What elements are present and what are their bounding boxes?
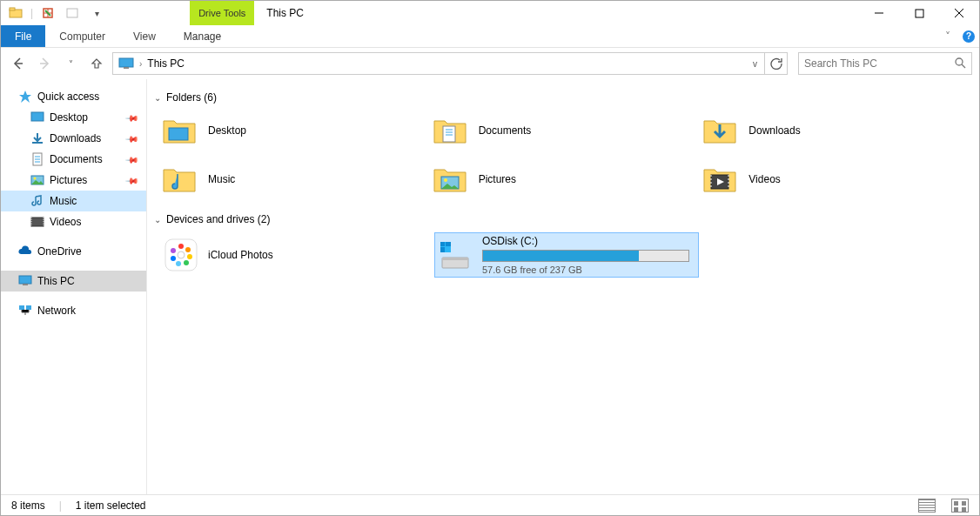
svg-rect-36 [442,258,468,260]
folder-documents[interactable]: Documents [432,111,702,151]
close-button[interactable] [939,1,979,25]
refresh-button[interactable] [765,52,788,75]
svg-rect-15 [19,305,24,310]
devices-grid: iCloud Photos OSDisk (C:) 57.6 GB free o… [154,232,972,278]
tab-manage[interactable]: Manage [170,25,235,47]
address-bar[interactable]: › This PC v [112,52,765,75]
sidebar-item-desktop[interactable]: Desktop 📌 [1,107,146,128]
sidebar-item-network[interactable]: Network [1,300,146,321]
folder-videos[interactable]: Videos [701,159,972,199]
device-osdisk[interactable]: OSDisk (C:) 57.6 GB free of 237 GB [434,232,699,278]
chevron-down-icon: ⌄ [154,215,161,224]
item-label: Videos [748,173,780,185]
large-icons-view-button[interactable] [951,499,969,513]
disk-drive-icon [437,237,473,273]
navigation-bar: ˅ › This PC v [1,48,979,79]
pin-icon: 📌 [125,131,139,145]
sidebar-item-documents[interactable]: Documents 📌 [1,149,146,170]
search-icon[interactable] [954,57,966,71]
sidebar-label: OneDrive [37,245,82,258]
svg-rect-14 [23,284,28,285]
pictures-icon [30,173,44,187]
drive-tools-contextual-tab[interactable]: Drive Tools [190,1,254,25]
icloud-photos-icon [163,237,199,273]
address-dropdown-icon[interactable]: v [748,59,762,69]
svg-rect-5 [119,58,133,67]
videos-icon [30,215,44,229]
sidebar-item-quick-access[interactable]: Quick access [1,86,146,107]
help-button[interactable]: ? [958,25,979,47]
properties-icon[interactable] [38,3,57,23]
device-icloud-photos[interactable]: iCloud Photos [161,232,426,278]
sidebar-item-this-pc[interactable]: This PC [1,271,146,292]
pin-icon: 📌 [125,111,139,124]
navigation-pane: Quick access Desktop 📌 Downloads 📌 Docum… [1,79,147,494]
group-header-folders[interactable]: ⌄ Folders (6) [154,91,972,104]
svg-rect-16 [26,305,31,310]
details-view-button[interactable] [918,499,936,513]
folder-pictures[interactable]: Pictures [432,159,702,199]
tab-computer[interactable]: Computer [45,25,119,47]
svg-point-11 [34,178,37,180]
search-box[interactable] [798,52,972,75]
new-folder-icon[interactable] [63,3,82,23]
sidebar-item-music[interactable]: Music [1,191,146,211]
sidebar-label: Videos [50,216,81,228]
group-header-devices[interactable]: ⌄ Devices and drives (2) [154,213,972,225]
folder-desktop[interactable]: Desktop [161,111,432,151]
forward-button[interactable] [34,53,55,74]
explorer-icon[interactable] [6,3,25,23]
sidebar-item-videos[interactable]: Videos [1,211,146,232]
item-label: Downloads [748,124,800,137]
folder-music-icon [161,161,198,198]
svg-point-29 [171,256,176,261]
qat-customize-icon[interactable]: ▾ [87,3,106,23]
minimize-button[interactable] [859,1,899,25]
svg-point-28 [176,261,181,266]
back-button[interactable] [8,53,29,74]
group-label: Folders (6) [166,91,217,104]
search-input[interactable] [804,57,966,70]
folder-downloads[interactable]: Downloads [701,111,972,151]
sidebar-label: Downloads [50,132,101,144]
content-pane: ⌄ Folders (6) Desktop Documents Downlo [147,79,979,494]
music-icon [30,194,44,208]
sidebar-item-pictures[interactable]: Pictures 📌 [1,170,146,191]
tab-file[interactable]: File [1,25,45,47]
folder-documents-icon [432,112,468,149]
sidebar-label: Desktop [50,111,88,124]
svg-rect-13 [19,276,31,284]
tab-view[interactable]: View [119,25,170,47]
desktop-icon [30,111,44,124]
maximize-button[interactable] [899,1,939,25]
item-label: Pictures [479,173,516,185]
breadcrumb-this-pc[interactable]: This PC [144,57,188,70]
group-label: Devices and drives (2) [166,213,270,225]
this-pc-icon [18,274,32,288]
svg-point-23 [178,251,185,258]
status-selection: 1 item selected [76,499,146,512]
svg-rect-3 [67,9,77,17]
pin-icon: 📌 [125,173,139,187]
quick-access-icon [18,90,32,104]
pin-icon: 📌 [125,152,139,166]
breadcrumb-separator-icon[interactable]: › [138,59,144,69]
folder-desktop-icon [161,112,198,149]
folder-music[interactable]: Music [161,159,432,199]
svg-point-30 [171,248,176,253]
svg-rect-1 [10,8,15,10]
ribbon-tabs: File Computer View Manage ˅ ? [1,25,979,48]
window-title: This PC [254,1,304,25]
item-label: Documents [479,124,532,137]
qat-separator: | [30,7,33,19]
recent-locations-icon[interactable]: ˅ [60,53,81,74]
sidebar-item-downloads[interactable]: Downloads 📌 [1,128,146,149]
sidebar-item-onedrive[interactable]: OneDrive [1,241,146,262]
svg-rect-33 [446,242,451,246]
sidebar-label: This PC [37,275,75,287]
device-label: iCloud Photos [208,249,417,261]
quick-access-toolbar: | ▾ [1,1,111,25]
ribbon-expand-icon[interactable]: ˅ [937,25,958,47]
downloads-icon [30,131,44,145]
up-button[interactable] [86,53,107,74]
